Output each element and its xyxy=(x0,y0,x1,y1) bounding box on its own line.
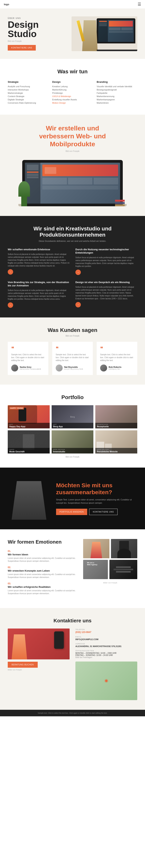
we-item-title-2: Wir schaffen erfolgreiche Realitäten xyxy=(8,586,77,588)
phone-row: TELEFON (033) 123-0847 xyxy=(76,628,137,633)
we-item-text-0: Lorem ipsum dolor sit amet consectetur a… xyxy=(8,557,77,562)
we-item-2: 03. Wir schaffen erfolgreiche Realitäten… xyxy=(8,582,77,595)
contact-person-image xyxy=(8,628,69,659)
collab-body: Simple Text. Lorem ipsum dolor sit amet,… xyxy=(56,498,137,505)
menu-icon[interactable]: ☰ xyxy=(138,2,141,6)
collab-buttons: PORTFOLIO ANSEHEN KONTAKTIERE UNS xyxy=(56,509,137,515)
hours-line2: FREITAG – SONNTAG: 10:00 – 24:00 UHR xyxy=(76,654,137,656)
phone-label: TELEFON xyxy=(76,628,137,630)
portfolio-label-1: APP Berg-App xyxy=(52,423,93,428)
cs-arrow-1[interactable]: → xyxy=(76,270,81,275)
testi-text-0: Sample text. Click to select the text bo… xyxy=(11,353,45,362)
we-img-1 xyxy=(83,539,110,558)
contact-map xyxy=(76,661,137,700)
list-item: Digitale Strategie xyxy=(8,98,48,101)
we-img-4 xyxy=(110,560,137,579)
phone-mockup xyxy=(54,631,64,649)
hero-title-line1: Design xyxy=(8,20,39,30)
cs-item-0: Wir schaffen emotionale Erlebnisse Sollu… xyxy=(8,248,69,275)
hero-image xyxy=(71,17,137,51)
portfolio-cat-0: APP xyxy=(9,424,48,425)
list-item: Markenführung xyxy=(52,89,93,91)
portfolio-label-3: SHOP Mode Geschäft xyxy=(8,448,50,454)
phone-value: (033) 123-0847 xyxy=(76,631,137,633)
we-form-title: Wir formen Emotionen xyxy=(8,539,77,545)
testi-card-0: ❝ Sample text. Click to select the text … xyxy=(8,342,48,375)
portfolio-name-3: Mode Geschäft xyxy=(9,451,48,453)
cs-title: Wir sind ein Kreativstudio und Produktio… xyxy=(8,225,137,238)
testi-text-2: Sample text. Click to select the text bo… xyxy=(100,353,134,362)
hero-subtitle: Bild von Freepik xyxy=(8,40,39,42)
we-item-text-1: Lorem ipsum dolor sit amet consectetur a… xyxy=(8,573,77,579)
portfolio-name-2: Rezeptseite xyxy=(97,425,136,428)
contact-image-area: BERATUNG BUCHEN Bilder von Freepik xyxy=(8,628,69,700)
portfolio-btn[interactable]: PORTFOLIO ANSEHEN xyxy=(56,509,87,515)
we-num-1: 02. xyxy=(8,566,77,569)
portfolio-cat-3: SHOP xyxy=(9,449,48,451)
cs-item-text-2: Sollum focus al placerat et nulla portte… xyxy=(8,289,69,301)
list-item: Interactive Workshops xyxy=(8,89,48,91)
cs-item-text-0: Sollum focus al placerat et nulla portte… xyxy=(8,253,69,267)
web-products-image xyxy=(17,156,128,206)
we-img-2 xyxy=(111,539,137,558)
portfolio-cat-4: WEB-DESIGN xyxy=(53,449,92,451)
service-list-2: Visuelle Identität und verbale Identität… xyxy=(97,85,137,104)
collab-title: Möchten Sie mit uns zusammenarbeiten? xyxy=(56,482,137,496)
cs-grid: Wir schaffen emotionale Erlebnisse Sollu… xyxy=(8,248,137,308)
hero-cta-button[interactable]: KONTAKTIERE UNS xyxy=(8,45,36,51)
testi-role-0: GESCHÄFTSINHABER xyxy=(20,368,41,370)
email-value: INFO@EXAMPLE.COM xyxy=(76,638,137,641)
cs-arrow-2[interactable]: → xyxy=(8,302,13,308)
avatar-2 xyxy=(100,365,107,371)
list-item: Analytik und Forschung xyxy=(8,85,48,88)
hours-line1: MONTAG – DONNERSTAG: 10:00 – 2300 UHR xyxy=(76,652,137,654)
portfolio-item-1[interactable]: Berg APP Berg-App xyxy=(52,405,93,428)
consult-button[interactable]: BERATUNG BUCHEN xyxy=(8,662,38,668)
testi-name-1: Nat Reynolds xyxy=(64,366,83,368)
wp-line3: Mobilprodukte xyxy=(50,140,95,148)
contact-title: Kontaktiere uns xyxy=(8,618,137,624)
list-item: Conversion-Rate-Optimierung xyxy=(8,102,48,104)
navbar: logo ☰ xyxy=(0,0,145,9)
portfolio-item-2[interactable]: WEBDESIGN Rezeptseite xyxy=(95,405,137,428)
hours-row: ÖFFNUNGSZEITEN MONTAG – DONNERSTAG: 10:0… xyxy=(76,650,137,658)
contact-btn[interactable]: KONTAKTIERE UNS xyxy=(89,509,118,515)
portfolio-item-3[interactable]: SHOP Mode Geschäft xyxy=(8,430,50,454)
footer: Sample text. Click to select the text bo… xyxy=(0,710,145,716)
address-value: ALEXANDRA, 51 MARCHSTRASSE 576,31281 xyxy=(76,645,137,647)
portfolio-item-5[interactable]: WEB-DESIGN Persönliche Website xyxy=(95,430,137,454)
list-item: Markenstrategie xyxy=(8,92,48,94)
cs-arrow-0[interactable]: → xyxy=(8,269,13,275)
portfolio-item-4[interactable]: WEB-DESIGN Innenstudio xyxy=(52,430,93,454)
testi-name-0: Sasha Grey xyxy=(20,366,41,368)
cs-item-title-0: Wir schaffen emotionale Erlebnisse xyxy=(8,248,69,251)
address-label: ADRESSE xyxy=(76,643,137,645)
cs-arrow-3[interactable]: → xyxy=(76,302,81,307)
testi-name-2: Bob Roberts xyxy=(109,366,121,368)
portfolio-name-0: Happy Day-App: xyxy=(9,425,48,428)
hero-over-title: ÜBER UNS xyxy=(8,17,39,19)
cs-item-title-2: Vom Branding bis zur Strategie, von der … xyxy=(8,281,69,287)
wp-line1: Wir erstellen und xyxy=(46,124,99,132)
logo: logo xyxy=(4,3,9,6)
list-item: Bewegungsdesignstil xyxy=(97,89,137,91)
testi-author-1: Nat Reynolds HAUPTBUCHALTER xyxy=(56,365,89,371)
portfolio-name-4: Innenstudio xyxy=(53,451,92,453)
testimonials-grid: ❝ Sample text. Click to select the text … xyxy=(8,342,137,375)
portfolio-label-2: WEBDESIGN Rezeptseite xyxy=(95,423,137,428)
quote-icon-0: ❝ xyxy=(11,345,45,351)
hours-closed: Bitte bei Feiertagen xyxy=(76,656,137,658)
cs-item-text-3: Sollum focus al placerat et nulla portte… xyxy=(76,286,137,300)
portfolio-cat-5: WEB-DESIGN xyxy=(97,449,136,451)
hours-label: ÖFFNUNGSZEITEN xyxy=(76,650,137,652)
collab-image xyxy=(8,477,50,520)
portfolio-item-0[interactable]: HAPPY YOUNG APP Happy Day-App: xyxy=(8,405,50,428)
portfolio-name-5: Persönliche Website xyxy=(97,451,136,453)
service-list-0: Analytik und Forschung Interactive Works… xyxy=(8,85,48,104)
testi-card-2: ❝ Sample text. Click to select the text … xyxy=(97,342,137,375)
we-num-0: 01. xyxy=(8,550,77,553)
collaborate-section: Möchten Sie mit uns zusammenarbeiten? Si… xyxy=(0,468,145,529)
wp-highlight: Web- und xyxy=(76,132,106,140)
web-products-section: Wir erstellen und verbessern Web- und Mo… xyxy=(0,115,145,216)
quote-icon-1: ❝ xyxy=(56,345,89,351)
